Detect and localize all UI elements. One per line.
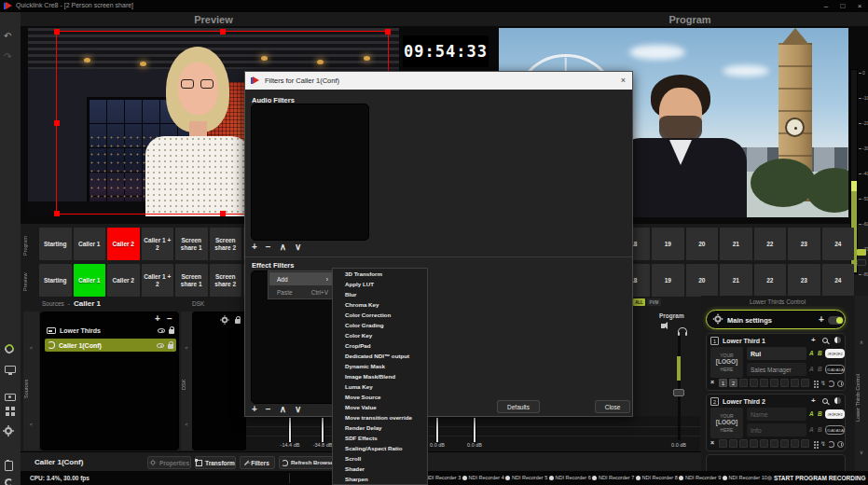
submenu-item-crop-pad[interactable]: Crop/Pad xyxy=(333,340,427,351)
sync-icon[interactable] xyxy=(3,342,16,355)
program-bus-button-1[interactable]: Starting xyxy=(39,228,72,260)
preview-bus-button-6[interactable]: Screen share 2 xyxy=(210,264,242,297)
font-style-a-button[interactable]: A xyxy=(809,350,814,356)
name-color-swatch[interactable]: #F2F2F2 xyxy=(825,409,845,419)
timer-icon[interactable] xyxy=(837,381,844,387)
selection-handle[interactable] xyxy=(220,211,226,216)
program-fader-handle[interactable] xyxy=(673,389,684,396)
audio-filters-list[interactable] xyxy=(251,104,369,241)
submenu-item-move-value[interactable]: Move Value xyxy=(333,402,427,412)
start-program-recording-button[interactable]: START PROGRAM RECORDING xyxy=(767,475,865,481)
font-style-b-button[interactable]: B xyxy=(818,366,822,372)
source-row-caller1[interactable]: Caller 1(Conf) xyxy=(45,339,176,352)
auto-play-icon[interactable]: ↯ xyxy=(820,440,826,447)
lock-icon[interactable] xyxy=(168,344,173,349)
font-style-a-button[interactable]: A xyxy=(809,410,814,417)
redo-icon[interactable]: ↷ xyxy=(4,51,11,62)
dsk-collapse-strip[interactable]: < DSK < xyxy=(181,312,192,450)
submenu-item-chroma-key[interactable]: Chroma Key xyxy=(333,299,427,310)
multiview-grid-icon[interactable] xyxy=(6,407,9,410)
undo-icon[interactable]: ↶ xyxy=(4,31,11,41)
export-icon[interactable] xyxy=(5,478,13,485)
font-style-a-button[interactable]: A xyxy=(809,366,814,372)
info-field[interactable]: Sales Manager xyxy=(747,363,806,376)
submenu-item-color-correction[interactable]: Color Correction xyxy=(333,310,427,320)
page-chip-3[interactable] xyxy=(739,379,748,387)
preview-bus-button-22[interactable]: 22 xyxy=(754,264,787,297)
submenu-item-apply-lut[interactable]: Apply LUT xyxy=(333,279,427,289)
program-bus-button-23[interactable]: 23 xyxy=(788,228,820,260)
info-field[interactable]: Info xyxy=(747,423,806,436)
selection-handle[interactable] xyxy=(220,29,226,35)
visibility-eye-icon[interactable] xyxy=(158,328,165,333)
preview-bus-button-24[interactable]: 24 xyxy=(822,264,855,297)
submenu-item-3d-transform[interactable]: 3D Transform xyxy=(333,269,427,279)
preview-bus-button-21[interactable]: 21 xyxy=(720,264,752,297)
page-chip-5[interactable] xyxy=(760,439,768,448)
ndi-recorder-5[interactable]: NDI Recorder 5 xyxy=(505,475,547,480)
page-chip-4[interactable] xyxy=(750,379,758,387)
ndi-recorder-8[interactable]: NDI Recorder 8 xyxy=(636,475,678,480)
card-add-button[interactable]: + xyxy=(811,336,816,345)
defaults-button[interactable]: Defaults xyxy=(497,400,540,413)
monitor-icon[interactable] xyxy=(5,366,16,373)
loop-icon[interactable] xyxy=(828,441,834,448)
screen-share-icon[interactable] xyxy=(5,394,16,401)
info-color-swatch[interactable]: #DADADA xyxy=(825,425,845,435)
headphones-icon[interactable] xyxy=(678,327,687,335)
lock-icon[interactable] xyxy=(169,329,174,334)
selection-handle[interactable] xyxy=(54,211,60,216)
media-bin-icon[interactable] xyxy=(5,461,13,471)
mini-all-badge[interactable] xyxy=(857,249,866,256)
loop-icon[interactable] xyxy=(828,381,834,387)
submenu-item-sdf-effects[interactable]: SDF Effects xyxy=(333,433,427,443)
program-bus-button-2[interactable]: Caller 1 xyxy=(74,228,106,260)
dialog-close-button[interactable]: Close xyxy=(595,400,630,413)
submenu-item-dedicated-ndi-output[interactable]: Dedicated NDI™ output xyxy=(333,351,427,361)
filters-button[interactable]: Filters xyxy=(240,456,275,469)
move-up-button[interactable]: ∧ xyxy=(280,242,286,252)
speaker-icon[interactable] xyxy=(661,324,665,328)
page-chip-8[interactable] xyxy=(791,379,799,387)
page-chip-8[interactable] xyxy=(791,439,799,448)
program-bus-button-20[interactable]: 20 xyxy=(686,228,719,260)
preview-bus-button-19[interactable]: 19 xyxy=(652,264,684,297)
page-chip-2[interactable]: 2 xyxy=(729,379,737,387)
page-chip-4[interactable] xyxy=(750,439,758,448)
ndi-recorder-10[interactable]: NDI Recorder 10 xyxy=(723,475,767,480)
mini-pvm-badge[interactable] xyxy=(857,259,866,266)
move-up-button[interactable]: ∧ xyxy=(280,404,286,414)
remove-source-button[interactable]: − xyxy=(167,314,172,324)
submenu-item-scroll[interactable]: Scroll xyxy=(333,453,427,464)
refresh-browser-button[interactable]: Refresh Browser xyxy=(279,456,338,469)
ndi-recorder-7[interactable]: NDI Recorder 7 xyxy=(592,475,634,480)
font-style-b-button[interactable]: B xyxy=(818,350,822,356)
selection-handle[interactable] xyxy=(54,120,60,126)
program-bus-button-6[interactable]: Screen share 2 xyxy=(210,228,242,260)
add-filter-button[interactable]: + xyxy=(252,404,257,414)
preview-bus-button-20[interactable]: 20 xyxy=(686,264,719,297)
program-fader-track[interactable] xyxy=(678,336,681,440)
info-color-swatch[interactable]: #DADADA xyxy=(825,365,845,374)
collapse-icon[interactable]: < xyxy=(23,345,39,351)
selection-handle[interactable] xyxy=(54,29,60,35)
name-field[interactable]: Name xyxy=(747,408,806,421)
submenu-item-shader[interactable]: Shader xyxy=(333,464,427,474)
program-bus-button-21[interactable]: 21 xyxy=(720,228,752,260)
properties-button[interactable]: Properties xyxy=(147,456,191,469)
add-filter-button[interactable]: + xyxy=(252,242,257,252)
program-bus-button-24[interactable]: 24 xyxy=(822,228,855,260)
program-bus-button-3[interactable]: Caller 2 xyxy=(107,228,140,260)
card-add-button[interactable]: + xyxy=(811,396,816,406)
page-chip-7[interactable] xyxy=(780,439,789,448)
page-chip-6[interactable] xyxy=(770,439,778,448)
visibility-eye-icon[interactable] xyxy=(157,343,164,348)
drag-dots-icon[interactable] xyxy=(814,441,816,443)
remove-filter-button[interactable]: − xyxy=(266,242,271,252)
preview-toggle-icon[interactable] xyxy=(834,397,841,404)
submenu-item-color-key[interactable]: Color Key xyxy=(333,330,427,340)
lower-thirds-collapse-strip[interactable]: ∧ Lower Thirds Control ∨ xyxy=(855,296,868,471)
program-bus-button-5[interactable]: Screen share 1 xyxy=(175,228,208,260)
submenu-item-color-grading[interactable]: Color Grading xyxy=(333,320,427,330)
clear-button[interactable]: × xyxy=(710,379,714,385)
